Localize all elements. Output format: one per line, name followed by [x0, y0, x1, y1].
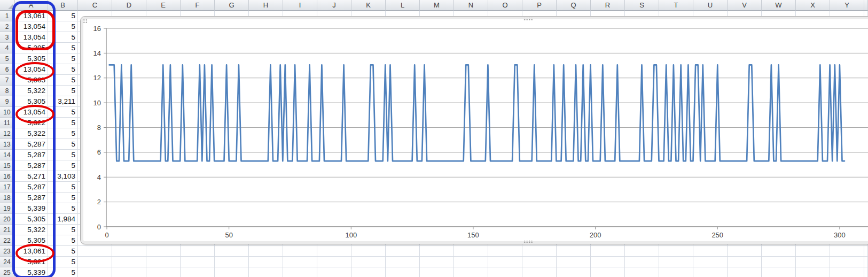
row-header-6[interactable]: 6 — [0, 64, 14, 75]
col-header-J[interactable]: J — [317, 0, 351, 11]
cell-I25[interactable] — [283, 267, 317, 277]
cell-G25[interactable] — [215, 267, 249, 277]
cell-Q25[interactable] — [557, 267, 591, 277]
cell-B3[interactable]: 5 — [48, 32, 78, 43]
row-header-22[interactable]: 22 — [0, 235, 14, 246]
cell-W23[interactable] — [762, 246, 796, 257]
cell-R23[interactable] — [591, 246, 625, 257]
row-header-25[interactable]: 25 — [0, 267, 14, 277]
cell-S24[interactable] — [625, 257, 659, 267]
cell-B25[interactable]: 5 — [48, 267, 78, 277]
cell-U24[interactable] — [693, 257, 728, 267]
cell-W24[interactable] — [762, 257, 796, 267]
row-header-19[interactable]: 19 — [0, 203, 14, 214]
cell-B4[interactable]: 5 — [48, 43, 78, 53]
cell-I23[interactable] — [283, 246, 317, 257]
cell-B15[interactable]: 5 — [48, 160, 78, 171]
cell-N23[interactable] — [454, 246, 488, 257]
cell-G23[interactable] — [215, 246, 249, 257]
cell-U23[interactable] — [693, 246, 728, 257]
cell-V23[interactable] — [728, 246, 762, 257]
row-header-12[interactable]: 12 — [0, 128, 14, 139]
cell-W25[interactable] — [762, 267, 796, 277]
cell-Q24[interactable] — [557, 257, 591, 267]
col-header-L[interactable]: L — [386, 0, 420, 11]
cell-C25[interactable] — [78, 267, 112, 277]
cell-F24[interactable] — [181, 257, 215, 267]
cell-B12[interactable]: 5 — [48, 128, 78, 139]
cell-A12[interactable]: 5,322 — [14, 128, 48, 139]
cell-B23[interactable]: 5 — [48, 246, 78, 257]
cell-A11[interactable]: 5,322 — [14, 118, 48, 128]
cell-E23[interactable] — [146, 246, 181, 257]
cell-G24[interactable] — [215, 257, 249, 267]
row-header-8[interactable]: 8 — [0, 86, 14, 96]
cell-I24[interactable] — [283, 257, 317, 267]
cell-B2[interactable]: 5 — [48, 21, 78, 32]
cell-L23[interactable] — [386, 246, 420, 257]
cell-X23[interactable] — [796, 246, 830, 257]
cell-O24[interactable] — [488, 257, 522, 267]
col-header-U[interactable]: U — [693, 0, 728, 11]
col-header-H[interactable]: H — [249, 0, 283, 11]
cell-M24[interactable] — [420, 257, 454, 267]
cell-U25[interactable] — [693, 267, 728, 277]
cell-A23[interactable]: 13,061 — [14, 246, 48, 257]
cell-S25[interactable] — [625, 267, 659, 277]
cell-P25[interactable] — [522, 267, 557, 277]
cell-P24[interactable] — [522, 257, 557, 267]
cell-J24[interactable] — [317, 257, 351, 267]
cell-B21[interactable]: 5 — [48, 225, 78, 235]
cell-A14[interactable]: 5,287 — [14, 150, 48, 160]
cell-B24[interactable]: 5 — [48, 257, 78, 267]
cell-B13[interactable]: 5 — [48, 139, 78, 150]
cell-H23[interactable] — [249, 246, 283, 257]
cell-A4[interactable]: 5,305 — [14, 43, 48, 53]
row-header-17[interactable]: 17 — [0, 182, 14, 193]
cell-C23[interactable] — [78, 246, 112, 257]
cell-N25[interactable] — [454, 267, 488, 277]
cell-A19[interactable]: 5,339 — [14, 203, 48, 214]
row-header-23[interactable]: 23 — [0, 246, 14, 257]
cell-B8[interactable]: 5 — [48, 86, 78, 96]
cell-K23[interactable] — [351, 246, 386, 257]
cell-A16[interactable]: 5,271 — [14, 171, 48, 182]
row-header-15[interactable]: 15 — [0, 160, 14, 171]
cell-B9[interactable]: 3,211 — [48, 96, 78, 107]
cell-N24[interactable] — [454, 257, 488, 267]
row-header-2[interactable]: 2 — [0, 21, 14, 32]
row-header-14[interactable]: 14 — [0, 150, 14, 160]
cell-A18[interactable]: 5,287 — [14, 193, 48, 203]
cell-D23[interactable] — [112, 246, 146, 257]
cell-A24[interactable]: 5,321 — [14, 257, 48, 267]
cell-O23[interactable] — [488, 246, 522, 257]
col-header-S[interactable]: S — [625, 0, 659, 11]
cell-L24[interactable] — [386, 257, 420, 267]
cell-F25[interactable] — [181, 267, 215, 277]
col-header-P[interactable]: P — [522, 0, 557, 11]
cell-S23[interactable] — [625, 246, 659, 257]
cell-R25[interactable] — [591, 267, 625, 277]
cell-B14[interactable]: 5 — [48, 150, 78, 160]
cell-A7[interactable]: 5,305 — [14, 75, 48, 86]
cell-A1[interactable]: 13,061 — [14, 11, 48, 21]
cell-B7[interactable]: 5 — [48, 75, 78, 86]
col-header-B[interactable]: B — [48, 0, 78, 11]
cell-V24[interactable] — [728, 257, 762, 267]
cell-T23[interactable] — [659, 246, 693, 257]
col-header-K[interactable]: K — [351, 0, 386, 11]
col-header-F[interactable]: F — [181, 0, 215, 11]
row-header-5[interactable]: 5 — [0, 53, 14, 64]
cell-R24[interactable] — [591, 257, 625, 267]
row-header-1[interactable]: 1 — [0, 11, 14, 21]
col-header-V[interactable]: V — [728, 0, 762, 11]
cell-H25[interactable] — [249, 267, 283, 277]
cell-A10[interactable]: 13,054 — [14, 107, 48, 118]
row-header-9[interactable]: 9 — [0, 96, 14, 107]
cell-B6[interactable]: 5 — [48, 64, 78, 75]
cell-J23[interactable] — [317, 246, 351, 257]
cell-A5[interactable]: 5,305 — [14, 53, 48, 64]
row-header-4[interactable]: 4 — [0, 43, 14, 53]
row-header-20[interactable]: 20 — [0, 214, 14, 225]
embedded-line-chart[interactable]: 0246810121416050100150200250300 — [80, 16, 868, 244]
